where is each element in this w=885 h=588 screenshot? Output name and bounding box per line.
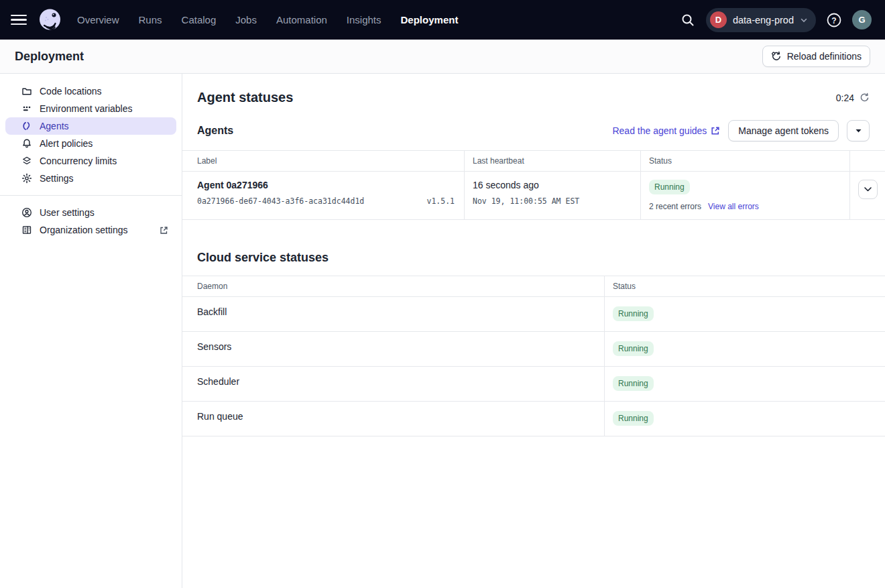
cloud-table-header: Daemon Status	[182, 276, 885, 297]
agent-table-row: Agent 0a271966 0a271966-de67-4043-a3f6-a…	[182, 172, 885, 220]
agent-name: Agent 0a271966	[197, 180, 456, 190]
col-last-heartbeat: Last heartbeat	[464, 151, 640, 171]
refresh-icon[interactable]	[860, 93, 870, 103]
sidebar-item-label: Code locations	[40, 86, 102, 97]
sidebar-item-label: Agents	[40, 121, 69, 131]
agent-row-expand-button[interactable]	[858, 180, 878, 199]
agent-icon	[21, 121, 32, 131]
env-vars-icon	[21, 103, 32, 114]
nav-insights[interactable]: Insights	[347, 14, 381, 25]
sidebar-item-concurrency-limits[interactable]: Concurrency limits	[5, 152, 176, 170]
status-badge: Running	[613, 376, 654, 391]
read-agent-guides-link[interactable]: Read the agent guides	[612, 125, 720, 136]
agent-id: 0a271966-de67-4043-a3f6-aca31dc44d1d	[197, 196, 364, 206]
caret-down-icon	[856, 129, 862, 133]
sidebar-item-label: Alert policies	[40, 138, 93, 149]
status-badge: Running	[613, 411, 654, 426]
daemon-name: Sensors	[182, 332, 604, 366]
agents-section-label: Agents	[197, 125, 233, 137]
nav-runs[interactable]: Runs	[139, 14, 162, 25]
col-status: Status	[604, 276, 885, 296]
nav-catalog[interactable]: Catalog	[182, 14, 217, 25]
manage-agent-tokens-button[interactable]: Manage agent tokens	[728, 120, 839, 141]
sidebar-item-organization-settings[interactable]: Organization settings	[5, 221, 176, 239]
deployment-selector[interactable]: D data-eng-prod	[706, 8, 816, 32]
topnav-right-controls: D data-eng-prod ? G	[679, 8, 872, 32]
daemon-name: Scheduler	[182, 367, 604, 401]
cloud-service-statuses-title: Cloud service statuses	[197, 251, 870, 265]
deployment-sidebar: Code locations Environment variables Age…	[0, 74, 182, 588]
heartbeat-absolute: Nov 19, 11:00:55 AM EST	[473, 196, 579, 206]
chevron-down-icon	[800, 16, 808, 24]
daemon-row-sensors: Sensors Running	[182, 332, 885, 367]
col-actions	[849, 151, 885, 171]
sidebar-item-environment-variables[interactable]: Environment variables	[5, 100, 176, 117]
status-badge: Running	[649, 180, 690, 194]
bell-icon	[21, 138, 32, 149]
daemon-row-scheduler: Scheduler Running	[182, 367, 885, 402]
col-label: Label	[182, 151, 464, 171]
heartbeat-relative: 16 seconds ago	[473, 180, 632, 190]
external-link-icon	[160, 226, 168, 235]
folder-icon	[21, 86, 32, 97]
page-header: Deployment Reload definitions	[0, 40, 885, 74]
agent-actions-dropdown-button[interactable]	[847, 120, 870, 141]
svg-text:?: ?	[831, 15, 836, 25]
nav-automation[interactable]: Automation	[276, 14, 327, 25]
top-navigation-bar: Overview Runs Catalog Jobs Automation In…	[0, 0, 885, 40]
daemon-name: Run queue	[182, 402, 604, 436]
nav-deployment[interactable]: Deployment	[401, 14, 459, 25]
refresh-countdown: 0:24	[836, 93, 870, 103]
page-title: Deployment	[15, 50, 84, 64]
cloud-services-table: Daemon Status Backfill Running Sensors R…	[182, 276, 885, 436]
daemon-row-backfill: Backfill Running	[182, 297, 885, 332]
gear-icon	[21, 173, 32, 184]
sidebar-item-user-settings[interactable]: User settings	[5, 204, 176, 221]
sidebar-item-label: Concurrency limits	[40, 156, 117, 166]
col-status: Status	[640, 151, 849, 171]
chevron-down-icon	[864, 187, 872, 192]
daemon-row-run-queue: Run queue Running	[182, 402, 885, 436]
user-icon	[21, 207, 32, 218]
deployment-dot-badge: D	[710, 11, 727, 28]
recent-errors-text: 2 recent errors	[649, 202, 701, 211]
external-link-icon	[711, 126, 720, 135]
nav-jobs[interactable]: Jobs	[235, 14, 257, 25]
sidebar-item-alert-policies[interactable]: Alert policies	[5, 135, 176, 152]
sidebar-item-label: User settings	[40, 207, 95, 218]
view-all-errors-link[interactable]: View all errors	[708, 202, 759, 211]
deployment-selector-label: data-eng-prod	[733, 15, 794, 25]
agent-version: v1.5.1	[426, 196, 455, 206]
refresh-countdown-value: 0:24	[836, 93, 854, 103]
primary-nav: Overview Runs Catalog Jobs Automation In…	[77, 14, 458, 25]
sidebar-item-label: Organization settings	[40, 225, 128, 235]
dagster-logo-icon[interactable]	[38, 7, 62, 32]
reload-definitions-button[interactable]: Reload definitions	[762, 46, 870, 67]
help-icon[interactable]: ?	[825, 11, 843, 29]
search-icon[interactable]	[679, 11, 697, 29]
organization-icon	[21, 225, 32, 235]
agents-table-header: Label Last heartbeat Status	[182, 151, 885, 172]
sidebar-item-label: Settings	[40, 173, 74, 184]
sidebar-item-settings[interactable]: Settings	[5, 170, 176, 187]
col-daemon: Daemon	[182, 276, 604, 296]
status-badge: Running	[613, 341, 654, 356]
read-agent-guides-label: Read the agent guides	[612, 125, 707, 136]
agent-statuses-title: Agent statuses	[197, 90, 293, 105]
main-content: Agent statuses 0:24 Agents Read the agen…	[182, 74, 885, 588]
daemon-name: Backfill	[182, 297, 604, 331]
status-badge: Running	[613, 306, 654, 321]
sidebar-divider	[0, 195, 182, 196]
hamburger-menu-icon[interactable]	[11, 12, 27, 28]
sidebar-item-agents[interactable]: Agents	[5, 117, 176, 135]
reload-icon	[771, 51, 782, 62]
nav-overview[interactable]: Overview	[77, 14, 119, 25]
layers-icon	[21, 156, 32, 166]
sidebar-item-code-locations[interactable]: Code locations	[5, 82, 176, 100]
agents-table: Label Last heartbeat Status Agent 0a2719…	[182, 150, 885, 220]
sidebar-item-label: Environment variables	[40, 103, 133, 114]
user-avatar[interactable]: G	[852, 10, 872, 30]
reload-definitions-label: Reload definitions	[787, 51, 862, 62]
